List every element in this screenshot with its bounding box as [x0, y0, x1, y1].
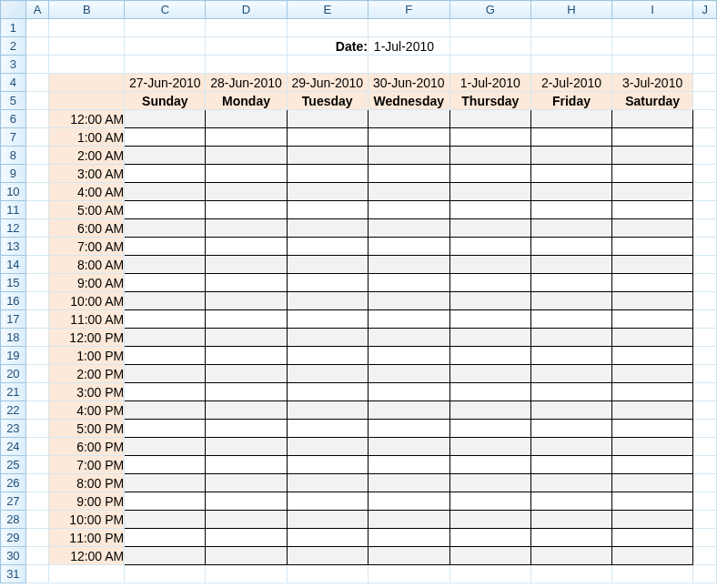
row-header-25[interactable]: 25 — [1, 456, 26, 474]
schedule-cell[interactable] — [368, 474, 449, 492]
schedule-cell[interactable] — [611, 383, 692, 401]
select-all-corner[interactable] — [1, 1, 26, 19]
date-header[interactable]: 28-Jun-2010 — [206, 74, 287, 92]
schedule-cell[interactable] — [531, 347, 612, 365]
cell[interactable] — [693, 292, 717, 310]
schedule-cell[interactable] — [531, 474, 612, 492]
schedule-cell[interactable] — [206, 256, 287, 274]
schedule-cell[interactable] — [449, 219, 530, 238]
schedule-cell[interactable] — [287, 147, 368, 165]
schedule-cell[interactable] — [449, 183, 530, 201]
cell[interactable] — [693, 310, 717, 329]
schedule-cell[interactable] — [287, 238, 368, 256]
schedule-cell[interactable] — [449, 310, 530, 329]
row-header-1[interactable]: 1 — [1, 19, 26, 37]
day-header[interactable]: Monday — [206, 92, 287, 110]
schedule-cell[interactable] — [287, 292, 368, 310]
row-header-28[interactable]: 28 — [1, 511, 26, 529]
schedule-cell[interactable] — [449, 383, 530, 401]
schedule-cell[interactable] — [449, 401, 530, 420]
cell[interactable] — [449, 37, 530, 56]
col-header-C[interactable]: C — [125, 1, 206, 19]
cell[interactable] — [125, 56, 206, 74]
col-header-G[interactable]: G — [449, 1, 530, 19]
schedule-cell[interactable] — [611, 165, 692, 183]
schedule-cell[interactable] — [449, 274, 530, 292]
schedule-cell[interactable] — [531, 219, 612, 238]
schedule-cell[interactable] — [449, 329, 530, 347]
schedule-cell[interactable] — [287, 128, 368, 147]
cell[interactable] — [25, 511, 49, 529]
schedule-cell[interactable] — [287, 310, 368, 329]
schedule-cell[interactable] — [531, 128, 612, 147]
schedule-cell[interactable] — [125, 165, 206, 183]
cell[interactable] — [287, 565, 368, 583]
schedule-cell[interactable] — [368, 201, 449, 219]
schedule-cell[interactable] — [449, 165, 530, 183]
schedule-cell[interactable] — [206, 347, 287, 365]
schedule-cell[interactable] — [287, 329, 368, 347]
schedule-cell[interactable] — [125, 492, 206, 511]
cell[interactable] — [368, 565, 449, 583]
schedule-cell[interactable] — [206, 274, 287, 292]
schedule-cell[interactable] — [125, 529, 206, 547]
schedule-cell[interactable] — [125, 292, 206, 310]
schedule-cell[interactable] — [206, 529, 287, 547]
date-header[interactable]: 2-Jul-2010 — [531, 74, 612, 92]
time-label[interactable]: 8:00 PM — [49, 474, 125, 492]
schedule-cell[interactable] — [368, 292, 449, 310]
schedule-cell[interactable] — [611, 256, 692, 274]
schedule-cell[interactable] — [531, 183, 612, 201]
cell[interactable] — [25, 92, 49, 110]
schedule-cell[interactable] — [368, 529, 449, 547]
cell[interactable] — [693, 147, 717, 165]
cell[interactable] — [25, 310, 49, 329]
cell[interactable] — [206, 56, 287, 74]
time-label[interactable]: 5:00 AM — [49, 201, 125, 219]
col-header-E[interactable]: E — [287, 1, 368, 19]
date-header[interactable]: 3-Jul-2010 — [611, 74, 692, 92]
schedule-cell[interactable] — [531, 401, 612, 420]
schedule-cell[interactable] — [368, 420, 449, 438]
schedule-cell[interactable] — [287, 456, 368, 474]
row-header-31[interactable]: 31 — [1, 565, 26, 583]
row-header-19[interactable]: 19 — [1, 347, 26, 365]
schedule-cell[interactable] — [368, 347, 449, 365]
schedule-cell[interactable] — [125, 329, 206, 347]
schedule-cell[interactable] — [368, 128, 449, 147]
schedule-cell[interactable] — [611, 547, 692, 565]
row-header-3[interactable]: 3 — [1, 56, 26, 74]
schedule-cell[interactable] — [611, 456, 692, 474]
schedule-cell[interactable] — [531, 110, 612, 128]
schedule-cell[interactable] — [449, 292, 530, 310]
row-header-12[interactable]: 12 — [1, 219, 26, 238]
schedule-cell[interactable] — [611, 529, 692, 547]
schedule-cell[interactable] — [531, 365, 612, 383]
schedule-cell[interactable] — [611, 128, 692, 147]
schedule-cell[interactable] — [206, 492, 287, 511]
col-header-H[interactable]: H — [531, 1, 612, 19]
schedule-cell[interactable] — [611, 201, 692, 219]
row-header-6[interactable]: 6 — [1, 110, 26, 128]
cell[interactable] — [693, 219, 717, 238]
row-header-8[interactable]: 8 — [1, 147, 26, 165]
cell[interactable] — [25, 19, 49, 37]
schedule-cell[interactable] — [611, 274, 692, 292]
schedule-cell[interactable] — [125, 456, 206, 474]
cell[interactable] — [25, 547, 49, 565]
cell[interactable] — [693, 201, 717, 219]
cell[interactable] — [611, 56, 692, 74]
cell[interactable] — [25, 456, 49, 474]
cell[interactable] — [693, 438, 717, 456]
schedule-cell[interactable] — [125, 274, 206, 292]
schedule-cell[interactable] — [449, 511, 530, 529]
schedule-cell[interactable] — [206, 110, 287, 128]
schedule-cell[interactable] — [287, 347, 368, 365]
row-header-23[interactable]: 23 — [1, 420, 26, 438]
date-header[interactable]: 27-Jun-2010 — [125, 74, 206, 92]
cell[interactable] — [693, 511, 717, 529]
schedule-cell[interactable] — [531, 310, 612, 329]
schedule-cell[interactable] — [368, 492, 449, 511]
cell[interactable] — [25, 219, 49, 238]
cell[interactable] — [125, 37, 206, 56]
